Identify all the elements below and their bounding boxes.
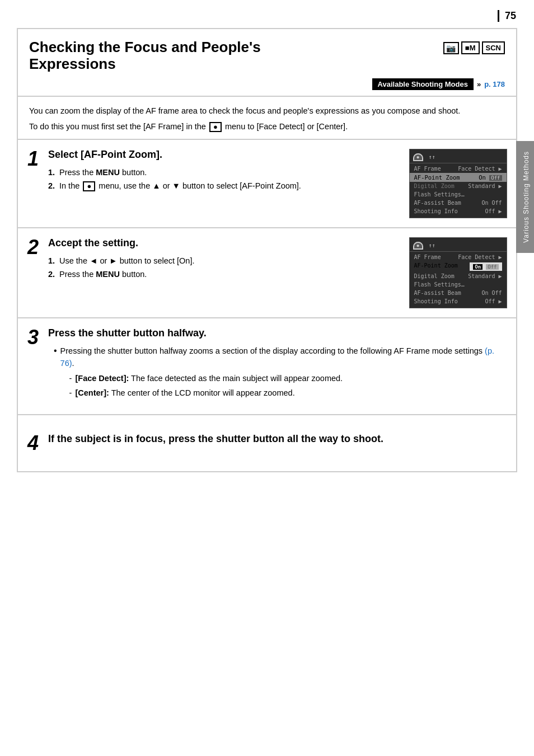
step-2-body: 1. Use the ◄ or ► button to select [On].… xyxy=(48,255,399,281)
available-modes-label: Available Shooting Modes xyxy=(372,78,474,90)
inline-camera-icon: ● xyxy=(209,122,222,132)
page-title: Checking the Focus and People's Expressi… xyxy=(29,39,261,73)
step-3-title: Press the shutter button halfway. xyxy=(48,327,505,339)
sidebar-tab: Various Shooting Methods xyxy=(516,141,534,253)
blue-link-p76[interactable]: (p. 76) xyxy=(60,346,494,368)
mode-icons: 📷 ■M SCN xyxy=(443,41,505,54)
step-4-number: 4 xyxy=(27,433,39,453)
step-1-menu-screenshot: ● ↑↑ AF FrameFace Detect ▶ AF-Point Zoom… xyxy=(409,149,507,218)
step-1-number: 1 xyxy=(27,149,39,169)
mode-icon-camera: 📷 xyxy=(443,42,459,54)
step-1-title: Select [AF-Point Zoom]. xyxy=(48,149,399,161)
step-3-body: • Pressing the shutter button halfway zo… xyxy=(48,345,505,402)
step-3-section: 3 Press the shutter button halfway. • Pr… xyxy=(18,318,516,415)
step-4-content: If the subject is in focus, press the sh… xyxy=(46,424,505,462)
step-1-content: Select [AF-Point Zoom]. 1. Press the MEN… xyxy=(46,140,404,227)
available-modes-arrows: » xyxy=(477,80,481,88)
step-4-section: 4 If the subject is in focus, press the … xyxy=(18,415,516,471)
step-2-image-col: ● ↑↑ AF FrameFace Detect ▶ AF-Point Zoom… xyxy=(404,228,516,317)
available-modes-bar: Available Shooting Modes » p. 178 xyxy=(29,78,505,90)
inline-icon-step1: ● xyxy=(83,181,95,191)
intro-paragraph-2: To do this you must first set the [AF Fr… xyxy=(29,120,505,133)
mode-icon-scn: SCN xyxy=(482,41,505,54)
main-content: Various Shooting Methods Checking the Fo… xyxy=(17,28,517,472)
step-1-body: 1. Press the MENU button. 2. In the ● me… xyxy=(48,166,399,192)
step-3-number: 3 xyxy=(27,327,39,348)
step-3-number-col: 3 xyxy=(18,318,46,414)
step-1-number-col: 1 xyxy=(18,140,46,227)
step-2-menu-screenshot: ● ↑↑ AF FrameFace Detect ▶ AF-Point Zoom… xyxy=(409,237,507,308)
available-modes-link[interactable]: p. 178 xyxy=(484,80,505,88)
header-section: Checking the Focus and People's Expressi… xyxy=(18,29,516,97)
intro-paragraph-1: You can zoom the display of the AF frame… xyxy=(29,105,505,117)
step-4-title: If the subject is in focus, press the sh… xyxy=(48,433,494,445)
step-2-content: Accept the setting. 1. Use the ◄ or ► bu… xyxy=(46,228,404,317)
step-2-title: Accept the setting. xyxy=(48,237,399,249)
intro-text: You can zoom the display of the AF frame… xyxy=(18,97,516,140)
step-2-number: 2 xyxy=(27,237,39,257)
step-4-number-col: 4 xyxy=(18,424,46,462)
step-1-image-col: ● ↑↑ AF FrameFace Detect ▶ AF-Point Zoom… xyxy=(404,140,516,227)
sidebar-tab-text: Various Shooting Methods xyxy=(522,151,530,243)
page-number: 75 xyxy=(498,10,516,22)
step-1-section: 1 Select [AF-Point Zoom]. 1. Press the M… xyxy=(18,140,516,228)
step-2-section: 2 Accept the setting. 1. Use the ◄ or ► … xyxy=(18,228,516,318)
step-3-content: Press the shutter button halfway. • Pres… xyxy=(46,318,516,414)
mode-icon-cm: ■M xyxy=(461,41,480,54)
step-2-number-col: 2 xyxy=(18,228,46,317)
